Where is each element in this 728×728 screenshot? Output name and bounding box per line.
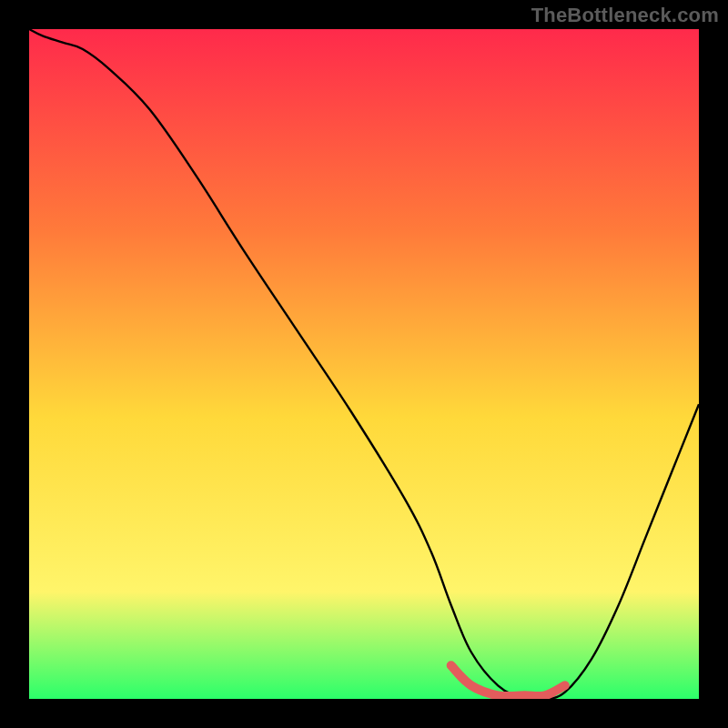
plot-area [29,29,699,699]
gradient-background [29,29,699,699]
watermark-label: TheBottleneck.com [531,4,719,27]
chart-svg [29,29,699,699]
chart-frame: TheBottleneck.com [0,0,728,728]
